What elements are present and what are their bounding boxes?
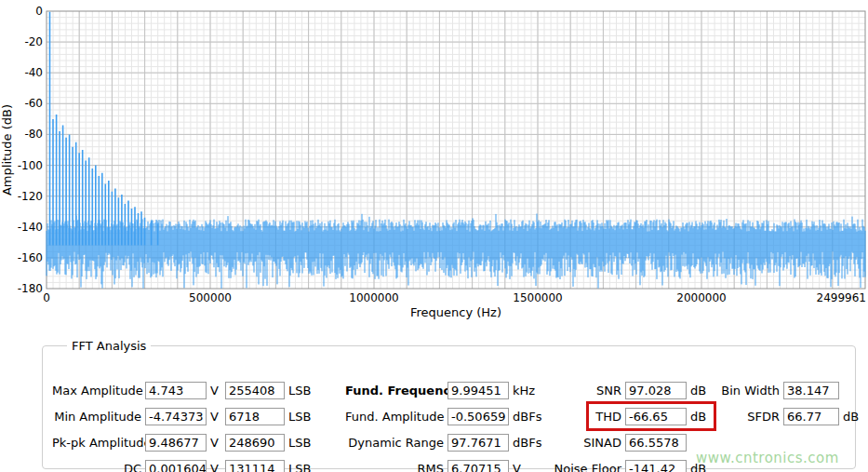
db-unit-label: dB	[843, 410, 859, 424]
spectrum-noise-trace	[47, 214, 865, 289]
fft-analyzer-window: 050000010000001500000200000024999610-20-…	[0, 0, 868, 472]
max-amplitude-row: Max Amplitude 4.743 V 255408 LSB	[52, 377, 311, 403]
sinad-field[interactable]: 66.5578	[625, 434, 687, 452]
thd-row: THD -66.65 dB	[543, 403, 706, 429]
db-unit-label: dB	[690, 384, 706, 398]
noise-floor-row: Noise Floor -141.42 dB	[543, 455, 706, 472]
x-tick-label: 500000	[189, 291, 232, 304]
fundamental-column: Fund. Frequency 9.99451 kHz Fund. Amplit…	[345, 377, 541, 472]
fund-amplitude-row: Fund. Amplitude -0.50659 dBFs	[345, 403, 541, 429]
fund-frequency-row: Fund. Frequency 9.99451 kHz	[345, 377, 541, 403]
sinad-label: SINAD	[543, 436, 621, 450]
x-tick-label: 2499961	[817, 291, 866, 304]
y-tick-label: -60	[24, 97, 43, 110]
pkpk-amplitude-volts-field[interactable]: 9.48677	[145, 434, 207, 452]
dbfs-unit-label: dBFs	[513, 410, 541, 424]
min-amplitude-label: Min Amplitude	[52, 410, 141, 424]
dc-label: DC	[52, 462, 141, 472]
dc-row: DC 0.001604 V 131114 LSB	[52, 455, 311, 472]
rms-row: RMS 6.70715 V	[345, 455, 541, 472]
lsb-unit-label: LSB	[288, 436, 311, 450]
noise-floor-field[interactable]: -141.42	[625, 460, 687, 472]
lsb-unit-label: LSB	[288, 462, 311, 472]
y-tick-label: -100	[18, 159, 43, 172]
dc-volts-field[interactable]: 0.001604	[145, 460, 207, 472]
dc-lsb-field[interactable]: 131114	[225, 460, 285, 472]
snr-row: SNR 97.028 dB	[543, 377, 706, 403]
y-tick-label: -80	[24, 128, 43, 141]
y-tick-label: -180	[18, 282, 43, 295]
fund-amplitude-label: Fund. Amplitude	[345, 410, 444, 424]
sfdr-label: SFDR	[714, 410, 780, 424]
y-tick-label: -40	[24, 66, 43, 79]
y-tick-label: -140	[18, 221, 43, 234]
x-axis-title: Frequency (Hz)	[410, 305, 501, 319]
thd-field[interactable]: -66.65	[625, 408, 687, 425]
sfdr-field[interactable]: 66.77	[783, 408, 839, 425]
snr-field[interactable]: 97.028	[625, 382, 687, 399]
fft-plot: 050000010000001500000200000024999610-20-…	[0, 0, 868, 324]
bin-width-label: Bin Width	[714, 384, 780, 398]
min-amplitude-row: Min Amplitude -4.74373 V 6718 LSB	[52, 403, 311, 429]
y-tick-label: -120	[18, 190, 43, 203]
khz-unit-label: kHz	[513, 384, 535, 398]
x-tick-label: 2000000	[676, 291, 726, 304]
max-amplitude-volts-field[interactable]: 4.743	[145, 382, 207, 399]
rms-field[interactable]: 6.70715	[447, 460, 509, 472]
fund-frequency-label: Fund. Frequency	[345, 384, 444, 398]
y-axis-title: Amplitude (dB)	[0, 104, 14, 196]
noise-floor-label: Noise Floor	[543, 462, 621, 472]
spectrum-chart[interactable]: 050000010000001500000200000024999610-20-…	[0, 0, 868, 324]
dbfs-unit-label: dBFs	[513, 436, 541, 450]
pkpk-amplitude-label: Pk-pk Amplitude	[52, 436, 141, 450]
thd-label: THD	[543, 410, 621, 424]
db-unit-label: dB	[690, 410, 706, 424]
volts-unit-label: V	[210, 410, 225, 424]
x-tick-label: 1000000	[349, 291, 398, 304]
y-tick-label: -160	[18, 251, 43, 264]
x-tick-label: 1500000	[513, 291, 562, 304]
volts-unit-label: V	[210, 462, 225, 472]
volts-unit-label: V	[513, 462, 521, 472]
panel-legend: FFT Analysis	[67, 339, 151, 353]
dynamic-range-field[interactable]: 97.7671	[447, 434, 509, 452]
max-amplitude-lsb-field[interactable]: 255408	[225, 382, 285, 399]
volts-unit-label: V	[210, 436, 225, 450]
dynamic-range-label: Dynamic Range	[345, 436, 444, 450]
lsb-unit-label: LSB	[288, 384, 311, 398]
rms-label: RMS	[345, 462, 444, 472]
amplitude-column: Max Amplitude 4.743 V 255408 LSB Min Amp…	[52, 377, 311, 472]
lsb-unit-label: LSB	[288, 410, 311, 424]
sfdr-row: SFDR 66.77 dB	[714, 403, 859, 429]
fund-frequency-field[interactable]: 9.99451	[447, 382, 509, 399]
watermark: www.cntronics.com	[696, 450, 839, 466]
dynamic-range-row: Dynamic Range 97.7671 dBFs	[345, 429, 541, 455]
pkpk-amplitude-lsb-field[interactable]: 248690	[225, 434, 285, 452]
min-amplitude-lsb-field[interactable]: 6718	[225, 408, 285, 425]
sinad-row: SINAD 66.5578	[543, 429, 706, 455]
snr-label: SNR	[543, 384, 621, 398]
bin-metrics-column: Bin Width 38.147 SFDR 66.77 dB	[714, 377, 859, 429]
pkpk-amplitude-row: Pk-pk Amplitude 9.48677 V 248690 LSB	[52, 429, 311, 455]
x-tick-label: 0	[43, 291, 50, 304]
volts-unit-label: V	[210, 384, 225, 398]
noise-metrics-column: SNR 97.028 dB THD -66.65 dB SINAD 66.557…	[543, 377, 706, 472]
bin-width-row: Bin Width 38.147	[714, 377, 859, 403]
y-tick-label: -20	[24, 35, 43, 48]
min-amplitude-volts-field[interactable]: -4.74373	[145, 408, 207, 425]
y-tick-label: 0	[35, 5, 43, 18]
max-amplitude-label: Max Amplitude	[52, 384, 141, 398]
fund-amplitude-field[interactable]: -0.50659	[447, 408, 509, 425]
bin-width-field[interactable]: 38.147	[783, 382, 839, 399]
